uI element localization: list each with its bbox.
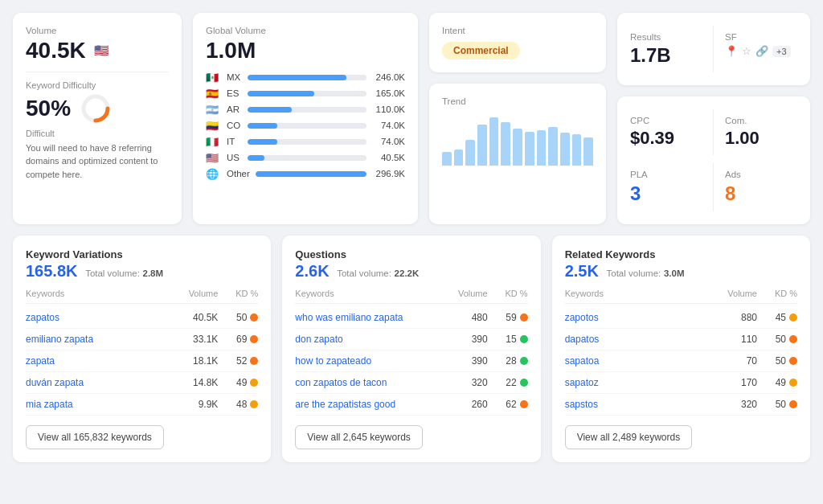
keyword-link[interactable]: sapatoz [565,377,709,388]
country-flag: 🌐 [206,168,222,180]
volume-cell: 9.9K [170,399,218,410]
kd-dot [520,335,528,343]
cpc-value: $0.39 [630,129,702,148]
rk-table-header: Keywords Volume KD % [565,289,797,304]
kd-cell: 49 [757,377,797,388]
q-rows: who was emiliano zapata 480 59 don zapat… [295,307,527,416]
trend-card: Trend [429,84,606,224]
country-val: 296.9K [371,169,405,178]
keyword-link[interactable]: duván zapata [26,377,170,388]
country-flag: 🇦🇷 [206,104,222,116]
kv-view-button[interactable]: View all 165,832 keywords [26,425,164,449]
kd-number: 49 [776,377,786,388]
table-row: zapata 18.1K 52 [26,350,258,372]
results-label: Results [630,32,702,42]
kd-cell: 50 [757,355,797,367]
rk-col-keyword: Keywords [565,289,709,298]
kv-total-label: Total volume: [85,268,140,278]
volume-kd-card: Volume 40.5K 🇺🇸 Keyword Difficulty 50% D… [13,13,182,224]
keyword-link[interactable]: zapotos [565,312,709,323]
kd-label: Keyword Difficulty [26,80,169,90]
kd-row: 50% [26,93,169,124]
volume-cell: 14.8K [170,377,218,388]
kd-cell: 50 [218,312,258,323]
kd-dot [250,400,258,408]
volume-cell: 320 [440,377,488,388]
q-count: 2.6K [295,262,329,280]
bar-bg [248,107,366,113]
keyword-link[interactable]: are the zapatistas good [295,399,439,410]
rk-view-button[interactable]: View all 2,489 keywords [565,425,693,449]
kd-number: 15 [506,334,516,345]
kd-cell: 50 [757,399,797,410]
bar-bg [248,155,366,161]
keyword-link[interactable]: dapatos [565,334,709,345]
keyword-link[interactable]: con zapatos de tacon [295,377,439,388]
kd-cell: 52 [218,355,258,367]
country-code: ES [227,88,243,98]
sf-icons: 📍 ☆ 🔗 +3 [725,45,797,57]
keyword-link[interactable]: who was emiliano zapata [295,312,439,323]
kd-dot [250,313,258,322]
country-code: MX [227,72,243,82]
country-code: US [227,153,243,162]
volume-value: 40.5K [26,39,86,64]
cpc-label: CPC [630,116,702,125]
country-val: 165.0K [371,88,405,98]
kd-number: 45 [776,312,786,323]
pla-value: 3 [630,182,702,205]
trend-bar [525,132,534,166]
volume-cell: 320 [709,399,757,410]
trend-bar [465,140,475,166]
kd-number: 28 [506,355,516,367]
q-col-kd: KD % [488,289,528,298]
q-table-header: Keywords Volume KD % [295,289,527,304]
intent-label: Intent [442,26,593,35]
bar-bg [248,75,366,80]
keyword-link[interactable]: don zapato [295,334,439,345]
volume-cell: 33.1K [170,334,218,345]
keyword-variations-card: Keyword Variations 165.8K Total volume: … [13,236,271,462]
keyword-link[interactable]: how to zapateado [295,355,439,367]
country-row: 🇺🇸 US 40.5K [206,152,405,164]
keyword-link[interactable]: emiliano zapata [26,334,170,345]
table-row: who was emiliano zapata 480 59 [295,307,527,329]
kd-cell: 62 [488,399,528,410]
results-cell: Results 1.7B [630,26,714,72]
kd-dot [250,357,258,365]
kd-number: 22 [506,377,516,388]
com-cell: Com. 1.00 [714,109,797,154]
global-volume-value: 1.0M [206,39,405,64]
keyword-link[interactable]: sapstos [565,399,709,410]
trend-bar [548,127,558,166]
rk-col-volume: Volume [709,289,757,298]
related-keywords-card: Related Keywords 2.5K Total volume: 3.0M… [552,236,810,462]
bar-fill [248,91,314,96]
table-row: duván zapata 14.8K 49 [26,372,258,394]
kd-number: 59 [506,312,516,323]
q-col-volume: Volume [440,289,488,298]
keyword-link[interactable]: zapata [26,355,170,367]
country-val: 40.5K [371,153,405,162]
keyword-link[interactable]: mia zapata [26,399,170,410]
volume-cell: 110 [709,334,757,345]
kd-dot [250,335,258,343]
q-view-button[interactable]: View all 2,645 keywords [295,425,423,449]
dashboard: Volume 40.5K 🇺🇸 Keyword Difficulty 50% D… [13,13,810,462]
bar-fill [256,171,366,177]
kd-dot [520,379,528,387]
bar-bg [248,91,366,96]
intent-trend-col: Intent Commercial Trend [429,13,606,224]
kd-number: 50 [776,334,786,345]
trend-bar [513,129,522,166]
bar-fill [248,155,264,161]
sf-plus: +3 [772,46,791,57]
pla-label: PLA [630,170,702,179]
keyword-link[interactable]: zapatos [26,312,170,323]
kd-donut [80,93,111,124]
kv-col-keyword: Keywords [26,289,170,298]
trend-bar [560,133,570,166]
keyword-link[interactable]: sapatoa [565,355,709,367]
bottom-row: Keyword Variations 165.8K Total volume: … [13,236,810,462]
bar-fill [248,123,277,129]
